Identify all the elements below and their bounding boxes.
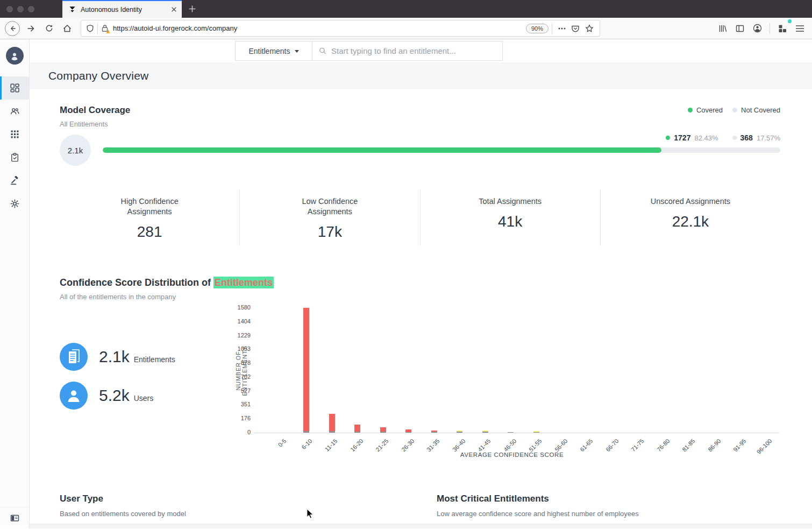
- settings-icon: [10, 199, 19, 208]
- coverage-counts: 1727 82.43% 368 17.57%: [666, 133, 780, 142]
- bar-segment: [508, 432, 514, 433]
- user-avatar[interactable]: [6, 47, 24, 65]
- bookmark-button[interactable]: [582, 20, 596, 37]
- collapse-panel-button[interactable]: [0, 507, 29, 528]
- chart-bar-21-25: [380, 427, 386, 433]
- chart-bar-16-20: [354, 425, 360, 433]
- bar-segment: [354, 425, 360, 432]
- users-count: 5.2k: [99, 386, 130, 405]
- extensions-badge: [788, 19, 792, 23]
- user-icon: [60, 382, 88, 410]
- search-icon: [319, 47, 326, 55]
- browser-toolbar: https://autoid-ui.forgerock.com/company …: [0, 18, 812, 39]
- url-bar[interactable]: https://autoid-ui.forgerock.com/company …: [81, 20, 600, 37]
- bottom-section-title: Most Critical Entitlements: [437, 493, 639, 504]
- chart-bar-51-55: [533, 431, 539, 433]
- y-tick-label: 1580: [234, 304, 251, 311]
- tab-close-icon[interactable]: [170, 6, 177, 13]
- more-options-icon: [558, 27, 566, 30]
- lock-warning-icon[interactable]: [101, 24, 109, 32]
- entity-type-dropdown[interactable]: Entitlements: [235, 41, 312, 61]
- library-icon: [718, 24, 727, 33]
- confidence-bar-chart: NUMBER OF ENTITLEMENTS AVERAGE CONFIDENC…: [234, 301, 780, 462]
- new-tab-button[interactable]: [182, 0, 203, 18]
- certifications-icon: [10, 153, 19, 162]
- refresh-button[interactable]: [41, 20, 57, 37]
- bottom-section-user-type: User Type Based on entitlements covered …: [60, 493, 437, 518]
- sidebar-toggle-icon: [736, 24, 744, 33]
- sidebar-item-certifications[interactable]: [0, 146, 29, 169]
- page-title: Company Overview: [48, 69, 148, 82]
- model-coverage-section: Model Coverage All Entitlements CoveredN…: [60, 105, 780, 166]
- window-minimize-button[interactable]: [17, 6, 24, 12]
- library-button[interactable]: [715, 20, 731, 37]
- y-tick-label: 1404: [234, 318, 251, 325]
- users-icon: [10, 107, 19, 116]
- chart-bar-31-35: [431, 431, 437, 433]
- coverage-progress-bar: [103, 147, 780, 153]
- bar-segment: [482, 432, 488, 433]
- app-sidebar: [0, 39, 30, 528]
- stat-column: High Confidence Assignments 281: [60, 189, 239, 246]
- chart-bar-46-50: [508, 432, 514, 433]
- home-icon: [63, 24, 72, 33]
- bar-segment: [533, 432, 539, 433]
- entitlements-stat: 2.1k Entitlements: [60, 343, 234, 371]
- sidebar-item-rules[interactable]: [0, 169, 29, 192]
- total-entitlements-badge: 2.1k: [60, 135, 91, 166]
- coverage-progress-fill: [103, 147, 661, 153]
- stat-column: Unscored Assignments 22.1k: [600, 189, 780, 246]
- forward-button[interactable]: [23, 20, 39, 37]
- bottom-section-title: User Type: [60, 493, 437, 504]
- rules-icon: [10, 176, 19, 185]
- covered-dot-icon: [666, 136, 670, 140]
- entitlements-label: Entitlements: [134, 350, 175, 364]
- pocket-button[interactable]: [568, 20, 582, 37]
- search-input[interactable]: [331, 46, 496, 55]
- sidebar-item-settings[interactable]: [0, 192, 29, 215]
- coverage-legend: CoveredNot Covered: [688, 106, 780, 114]
- window-close-button[interactable]: [6, 6, 13, 12]
- more-options-button[interactable]: [555, 20, 568, 37]
- home-button[interactable]: [59, 20, 75, 37]
- account-button[interactable]: [749, 20, 765, 37]
- shield-icon[interactable]: [86, 24, 94, 33]
- legend-item: Covered: [688, 106, 723, 114]
- not-covered-dot-icon: [732, 136, 737, 140]
- pocket-icon: [571, 24, 580, 33]
- entitlement-search[interactable]: [312, 41, 503, 61]
- bottom-section-subtitle: Based on entitlements covered by model: [60, 510, 437, 518]
- legend-item: Not Covered: [732, 106, 780, 114]
- y-tick-label: 1053: [234, 345, 251, 352]
- y-tick-label: 0: [234, 429, 251, 435]
- confidence-title: Confidence Score Distribution of Entitle…: [60, 277, 780, 288]
- y-tick-label: 527: [234, 387, 251, 394]
- stat-column: Low Confidence Assignments 17k: [239, 189, 419, 246]
- back-button[interactable]: [4, 20, 20, 37]
- stat-value: 41k: [421, 213, 600, 230]
- zoom-level-badge[interactable]: 90%: [526, 24, 549, 33]
- bar-segment: [303, 431, 309, 433]
- window-controls: [0, 0, 41, 18]
- model-coverage-title: Model Coverage: [60, 105, 780, 116]
- y-tick-label: 351: [234, 401, 251, 407]
- sidebar-item-users[interactable]: [0, 100, 29, 123]
- menu-icon: [796, 25, 804, 32]
- stat-value: 17k: [240, 223, 419, 241]
- bar-segment: [380, 427, 386, 432]
- menu-button[interactable]: [792, 20, 808, 37]
- page-header: Company Overview: [30, 62, 812, 89]
- y-tick-label: 878: [234, 359, 251, 366]
- sidebar-item-dashboard[interactable]: [0, 76, 29, 100]
- sidebar-item-applications[interactable]: [0, 123, 29, 146]
- browser-tab[interactable]: Autonomous Identity: [62, 0, 182, 18]
- bottom-section-most-critical-entitlements: Most Critical Entitlements Low average c…: [437, 493, 639, 518]
- extensions-button[interactable]: [774, 20, 790, 37]
- window-zoom-button[interactable]: [28, 6, 34, 12]
- bar-segment: [354, 432, 360, 433]
- entitlements-count: 2.1k: [99, 348, 130, 366]
- collapse-panel-icon: [10, 514, 19, 522]
- forward-icon: [26, 24, 35, 33]
- sidebars-button[interactable]: [732, 20, 748, 37]
- tab-bar: Autonomous Identity: [0, 0, 812, 18]
